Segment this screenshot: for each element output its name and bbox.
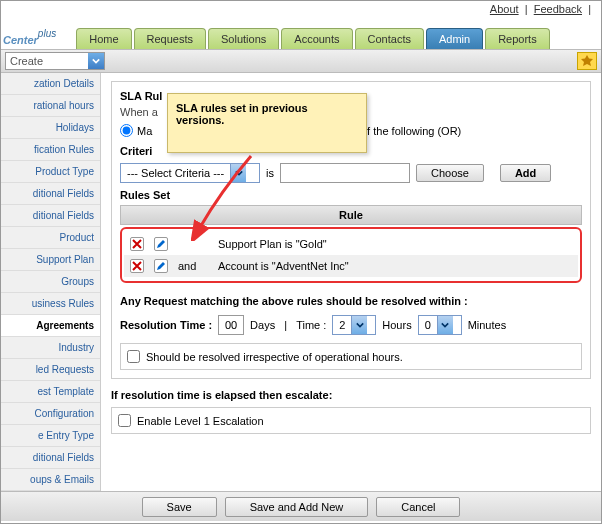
sidebar-item[interactable]: ditional Fields xyxy=(1,183,100,205)
irrespective-row[interactable]: Should be resolved irrespective of opera… xyxy=(120,343,582,370)
mins-select[interactable]: 0 xyxy=(418,315,462,335)
logo: Centerplus xyxy=(1,28,56,49)
sidebar-item[interactable]: led Requests xyxy=(1,359,100,381)
sidebar-item[interactable]: fication Rules xyxy=(1,139,100,161)
rule-header: Rule xyxy=(120,205,582,225)
rules-highlight-box: Support Plan is "Gold"andAccount is "Adv… xyxy=(120,227,582,283)
criteria-value-input[interactable] xyxy=(280,163,410,183)
delete-icon[interactable] xyxy=(130,259,144,273)
sidebar-item[interactable]: oups & Emails xyxy=(1,469,100,491)
escalation-row[interactable]: Enable Level 1 Escalation xyxy=(111,407,591,434)
sidebar-item[interactable]: rational hours xyxy=(1,95,100,117)
days-input[interactable] xyxy=(218,315,244,335)
rule-row: andAccount is "AdventNet Inc" xyxy=(124,255,578,277)
sidebar-item[interactable]: Industry xyxy=(1,337,100,359)
hours-select[interactable]: 2 xyxy=(332,315,376,335)
sidebar-item[interactable]: Groups xyxy=(1,271,100,293)
tab-solutions[interactable]: Solutions xyxy=(208,28,279,49)
sidebar-item[interactable]: e Entry Type xyxy=(1,425,100,447)
choose-button[interactable]: Choose xyxy=(416,164,484,182)
create-dropdown[interactable]: Create xyxy=(5,52,105,70)
save-add-new-button[interactable]: Save and Add New xyxy=(225,497,369,517)
sidebar-item[interactable]: Agreements xyxy=(1,315,100,337)
feedback-link[interactable]: Feedback xyxy=(534,3,582,15)
footer-buttons: Save Save and Add New Cancel xyxy=(1,491,601,521)
header-row: Centerplus HomeRequestsSolutionsAccounts… xyxy=(1,19,601,49)
tab-contacts[interactable]: Contacts xyxy=(355,28,424,49)
res-time-label: Resolution Time : xyxy=(120,319,212,331)
delete-icon[interactable] xyxy=(130,237,144,251)
days-label: Days xyxy=(250,319,275,331)
tab-admin[interactable]: Admin xyxy=(426,28,483,49)
sub-toolbar: Create xyxy=(1,49,601,73)
arrow-icon xyxy=(191,151,261,241)
nav-tabs: HomeRequestsSolutionsAccountsContactsAdm… xyxy=(76,28,549,49)
match-all-radio[interactable]: Ma xyxy=(120,124,152,137)
sidebar: zation Detailsrational hoursHolidaysfica… xyxy=(1,73,101,493)
about-link[interactable]: About xyxy=(490,3,519,15)
alert-icon[interactable] xyxy=(577,52,597,70)
sidebar-item[interactable]: Product xyxy=(1,227,100,249)
sidebar-item[interactable]: Holidays xyxy=(1,117,100,139)
edit-icon[interactable] xyxy=(154,259,168,273)
sidebar-item[interactable]: Configuration xyxy=(1,403,100,425)
chevron-down-icon xyxy=(88,53,104,69)
add-button[interactable]: Add xyxy=(500,164,551,182)
sidebar-item[interactable]: Product Type xyxy=(1,161,100,183)
sidebar-item[interactable]: zation Details xyxy=(1,73,100,95)
rule-text: Account is "AdventNet Inc" xyxy=(218,260,349,272)
irrespective-checkbox[interactable] xyxy=(127,350,140,363)
resolve-msg: Any Request matching the above rules sho… xyxy=(120,295,582,307)
sidebar-item[interactable]: ditional Fields xyxy=(1,447,100,469)
sidebar-item[interactable]: Support Plan xyxy=(1,249,100,271)
rules-set-label: Rules Set xyxy=(120,189,582,201)
is-label: is xyxy=(266,167,274,179)
chevron-down-icon xyxy=(437,316,453,334)
sidebar-item[interactable]: ditional Fields xyxy=(1,205,100,227)
cancel-button[interactable]: Cancel xyxy=(376,497,460,517)
tab-requests[interactable]: Requests xyxy=(134,28,206,49)
top-links: About | Feedback | xyxy=(1,1,601,19)
chevron-down-icon xyxy=(351,316,367,334)
save-button[interactable]: Save xyxy=(142,497,217,517)
tab-accounts[interactable]: Accounts xyxy=(281,28,352,49)
time-label: Time : xyxy=(296,319,326,331)
sidebar-item[interactable]: usiness Rules xyxy=(1,293,100,315)
edit-icon[interactable] xyxy=(154,237,168,251)
and-label: and xyxy=(178,260,208,272)
sidebar-item[interactable]: est Template xyxy=(1,381,100,403)
tab-reports[interactable]: Reports xyxy=(485,28,550,49)
callout-tooltip: SLA rules set in previous versions. xyxy=(167,93,367,153)
hours-label: Hours xyxy=(382,319,411,331)
mins-label: Minutes xyxy=(468,319,507,331)
tab-home[interactable]: Home xyxy=(76,28,131,49)
escalate-label: If resolution time is elapsed then escal… xyxy=(111,389,591,401)
enable-escalation-checkbox[interactable] xyxy=(118,414,131,427)
